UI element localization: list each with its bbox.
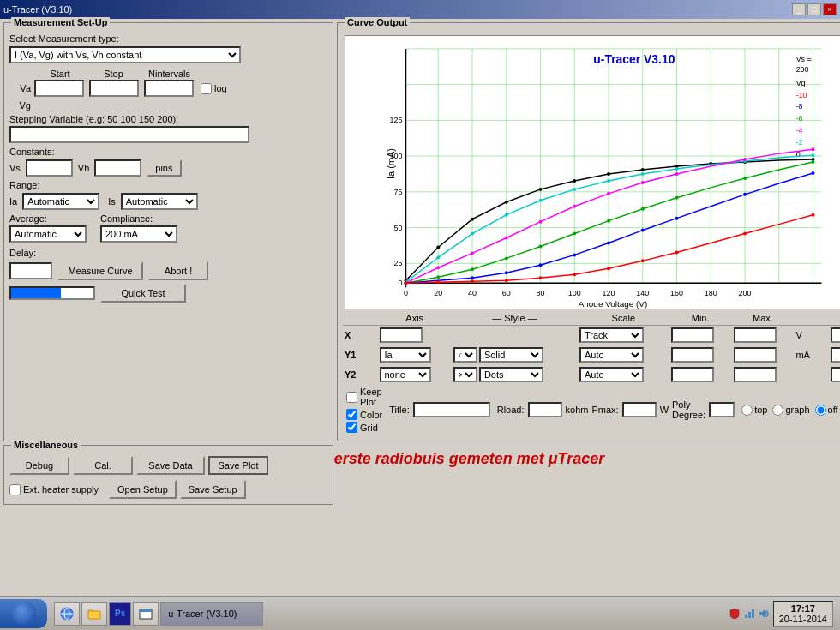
average-select[interactable]: Automatic	[9, 225, 87, 243]
svg-point-89	[505, 256, 508, 260]
svg-point-53	[436, 245, 440, 249]
quick-test-button[interactable]: Quick Test	[100, 284, 186, 303]
pins-button[interactable]: pins	[147, 159, 181, 177]
taskbar-folder-icon[interactable]	[81, 602, 107, 626]
y2-style-symbol-select[interactable]: ×	[453, 367, 477, 382]
shield-icon	[729, 608, 741, 620]
x-axis-name-input[interactable]: Va	[380, 327, 423, 343]
compliance-select[interactable]: 200 mA 100 mA	[100, 225, 177, 243]
top-radio-group: top	[741, 405, 767, 416]
clock-time: 17:17	[779, 603, 827, 614]
off-radio-group: off	[815, 405, 838, 416]
measurement-type-select[interactable]: I (Va, Vg) with Vs, Vh constant	[9, 46, 241, 63]
progress-bar-container	[9, 286, 95, 300]
is-range-select[interactable]: Automatic	[121, 193, 198, 210]
svg-point-71	[641, 172, 645, 176]
log-checkbox[interactable]	[201, 83, 212, 94]
close-button[interactable]: ×	[823, 3, 837, 15]
range-row: Ia Automatic Is Automatic	[9, 193, 327, 210]
svg-text:125: 125	[390, 116, 403, 124]
delay-input[interactable]: 0	[9, 262, 52, 279]
ia-range-select[interactable]: Automatic	[22, 193, 99, 210]
grid-checkbox[interactable]	[346, 422, 357, 433]
misc-groupbox-title: Miscellaneous	[11, 440, 81, 450]
svg-point-98	[471, 276, 474, 279]
rload-input[interactable]: 0	[528, 402, 562, 417]
cal-button[interactable]: Cal.	[73, 456, 133, 475]
measurement-groupbox-title: Measurement Set-Up	[11, 17, 110, 27]
y1-scale-select[interactable]: Auto	[579, 347, 644, 363]
save-data-button[interactable]: Save Data	[136, 456, 205, 475]
debug-button[interactable]: Debug	[9, 456, 69, 475]
svg-point-102	[607, 241, 610, 244]
y2-style-line-select[interactable]: Dots	[479, 367, 543, 382]
taskbar-ps-icon[interactable]: Ps	[109, 602, 131, 626]
save-plot-button[interactable]: Save Plot	[208, 456, 268, 475]
sys-icons	[729, 608, 770, 620]
keep-plot-row: Keep Plot	[346, 387, 382, 407]
progress-bar-fill	[11, 288, 61, 298]
open-setup-button[interactable]: Open Setup	[109, 480, 177, 499]
stepping-input[interactable]: -10 -8 -6 -4 -2 0	[9, 126, 249, 143]
title-section: Title: EL84	[389, 402, 489, 417]
top-radio[interactable]	[741, 405, 753, 416]
maximize-button[interactable]: □	[807, 3, 821, 15]
va-nintervals-input[interactable]: 30	[144, 80, 194, 97]
delay-section: Delay: 0 Measure Curve Abort ! Quick Tes…	[9, 248, 327, 303]
y1-axis-label: Y1	[343, 345, 378, 364]
minimize-button[interactable]: _	[792, 3, 806, 15]
svg-point-81	[607, 192, 610, 195]
y2-scale-select[interactable]: Auto	[579, 367, 644, 382]
svg-point-68	[539, 199, 543, 202]
network-icon	[743, 608, 755, 620]
start-button[interactable]	[0, 599, 47, 628]
keep-plot-checkbox[interactable]	[346, 392, 357, 403]
vh-input[interactable]: 6.3	[94, 159, 141, 177]
y1-max-input[interactable]: 125	[734, 347, 777, 363]
stepping-label: Stepping Variable (e.g: 50 100 150 200):	[9, 114, 327, 124]
va-stop-input[interactable]: 200	[89, 80, 139, 97]
taskbar-utracer-item[interactable]: u-Tracer (V3.10)	[160, 602, 263, 626]
va-row: Va 2 200 30 log	[9, 80, 327, 97]
svg-text:0: 0	[399, 279, 403, 287]
svg-text:75: 75	[394, 188, 403, 196]
y1-ticks-input[interactable]: 5	[831, 347, 840, 363]
vs-input[interactable]: 200	[26, 159, 73, 177]
x-axis-label: X	[343, 326, 378, 345]
svg-point-110	[505, 279, 508, 282]
style-header: — Style —	[452, 311, 578, 326]
color-checkbox[interactable]	[346, 409, 357, 420]
taskbar-window-icon[interactable]	[133, 602, 159, 626]
graph-radio[interactable]	[772, 405, 783, 416]
x-min-input[interactable]: 0	[671, 327, 714, 343]
avg-compliance-row: Average: Automatic Compliance: 200 mA 10…	[9, 213, 327, 243]
svg-point-79	[539, 220, 543, 224]
poly-degree-input[interactable]: 3	[709, 402, 735, 417]
y2-min-input[interactable]: 0	[671, 367, 714, 382]
ia-range-label: Ia	[9, 196, 17, 207]
ext-heater-checkbox[interactable]	[9, 484, 21, 495]
measure-curve-button[interactable]: Measure Curve	[57, 261, 143, 280]
y2-max-input[interactable]: 6	[734, 367, 777, 382]
svg-point-76	[436, 266, 440, 269]
svg-text:200: 200	[739, 289, 752, 297]
x-ticks-input[interactable]: 10	[831, 327, 840, 343]
va-start-input[interactable]: 2	[34, 80, 84, 97]
y2-ticks-input[interactable]: 6	[831, 367, 840, 382]
y2-axis-select[interactable]: none	[380, 367, 431, 382]
curve-groupbox-title: Curve Output	[345, 17, 410, 27]
keep-plot-label: Keep Plot	[360, 387, 382, 407]
abort-button[interactable]: Abort !	[148, 261, 208, 280]
taskbar-browser-icon[interactable]	[54, 602, 80, 626]
y1-min-input[interactable]: 0	[671, 347, 714, 363]
svg-point-99	[505, 271, 508, 274]
save-setup-button[interactable]: Save Setup	[180, 480, 246, 499]
off-radio[interactable]	[815, 405, 826, 416]
x-scale-select[interactable]: Track	[579, 327, 644, 343]
y1-style-line-select[interactable]: Solid	[479, 347, 543, 363]
x-max-input[interactable]: 200	[734, 327, 777, 343]
y1-style-symbol-select[interactable]: ○	[453, 347, 477, 363]
y1-axis-select[interactable]: Ia	[380, 347, 431, 363]
title-input[interactable]: EL84	[413, 402, 490, 417]
pmax-input[interactable]: 0	[622, 402, 657, 417]
